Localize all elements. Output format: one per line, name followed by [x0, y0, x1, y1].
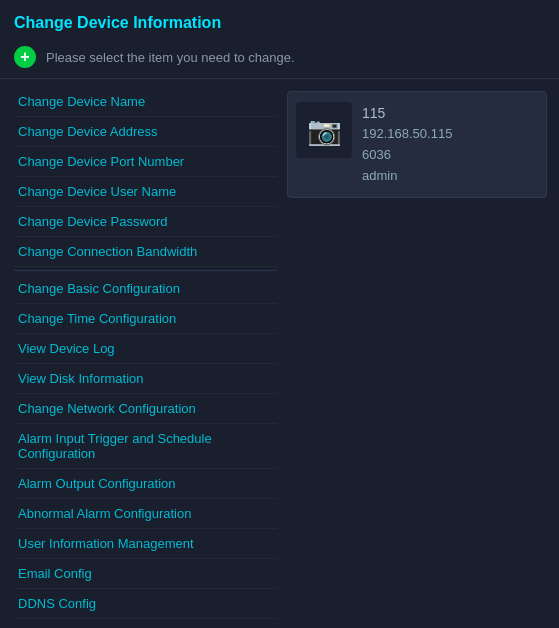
- device-card: 📷 115 192.168.50.115 6036 admin: [287, 91, 547, 198]
- camera-icon: 📷: [307, 114, 342, 147]
- device-user: admin: [362, 166, 452, 187]
- info-text: Please select the item you need to chang…: [46, 50, 295, 65]
- menu-item-abnormal-alarm-configuration[interactable]: Abnormal Alarm Configuration: [14, 499, 277, 529]
- menu-item-change-device-user-name[interactable]: Change Device User Name: [14, 177, 277, 207]
- menu-item-change-network-configuration[interactable]: Change Network Configuration: [14, 394, 277, 424]
- device-port: 6036: [362, 145, 452, 166]
- menu-item-view-device-log[interactable]: View Device Log: [14, 334, 277, 364]
- menu-list: Change Device NameChange Device AddressC…: [0, 87, 287, 619]
- menu-item-change-device-port-number[interactable]: Change Device Port Number: [14, 147, 277, 177]
- menu-item-view-disk-information[interactable]: View Disk Information: [14, 364, 277, 394]
- page-title: Change Device Information: [0, 10, 559, 40]
- info-bar: Please select the item you need to chang…: [0, 40, 559, 79]
- menu-item-change-basic-configuration[interactable]: Change Basic Configuration: [14, 274, 277, 304]
- menu-item-change-device-password[interactable]: Change Device Password: [14, 207, 277, 237]
- device-info: 115 192.168.50.115 6036 admin: [362, 102, 452, 187]
- menu-item-change-device-address[interactable]: Change Device Address: [14, 117, 277, 147]
- menu-item-user-information-management[interactable]: User Information Management: [14, 529, 277, 559]
- menu-group-1: Change Device NameChange Device AddressC…: [14, 87, 277, 267]
- menu-item-alarm-input-trigger[interactable]: Alarm Input Trigger and Schedule Configu…: [14, 424, 277, 469]
- device-address: 192.168.50.115: [362, 124, 452, 145]
- menu-group-2: Change Basic ConfigurationChange Time Co…: [14, 274, 277, 619]
- menu-item-alarm-output-configuration[interactable]: Alarm Output Configuration: [14, 469, 277, 499]
- menu-item-change-device-name[interactable]: Change Device Name: [14, 87, 277, 117]
- menu-group-divider: [14, 270, 277, 271]
- menu-item-change-connection-bandwidth[interactable]: Change Connection Bandwidth: [14, 237, 277, 267]
- menu-item-email-config[interactable]: Email Config: [14, 559, 277, 589]
- menu-item-change-time-configuration[interactable]: Change Time Configuration: [14, 304, 277, 334]
- device-icon-wrap: 📷: [296, 102, 352, 158]
- page-container: Change Device Information Please select …: [0, 0, 559, 628]
- menu-item-ddns-config[interactable]: DDNS Config: [14, 589, 277, 619]
- device-name: 115: [362, 102, 452, 124]
- main-content: Change Device NameChange Device AddressC…: [0, 83, 559, 619]
- info-icon: [14, 46, 36, 68]
